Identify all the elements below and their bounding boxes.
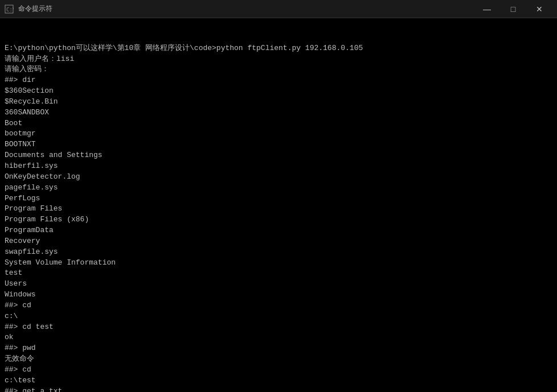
title-bar: C:\ 命令提示符 — □ ✕ — [0, 0, 557, 18]
terminal-line: 请输入密码： — [5, 64, 552, 75]
terminal-line: hiberfil.sys — [5, 161, 552, 172]
minimize-button[interactable]: — — [474, 0, 500, 18]
terminal-line: $360Section — [5, 86, 552, 97]
terminal-line: OnKeyDetector.log — [5, 172, 552, 183]
terminal-output[interactable]: E:\python\python可以这样学\第10章 网络程序设计\code>p… — [0, 18, 557, 392]
terminal-line: Program Files — [5, 204, 552, 214]
terminal-line: pagefile.sys — [5, 183, 552, 193]
terminal-line: ##> pwd — [5, 343, 552, 354]
close-button[interactable]: ✕ — [526, 0, 552, 18]
terminal-line: Program Files (x86) — [5, 214, 552, 225]
terminal-line: Windows — [5, 290, 552, 300]
terminal-line: System Volume Information — [5, 258, 552, 269]
terminal-line: c:\ — [5, 311, 552, 322]
terminal-line: $Recycle.Bin — [5, 97, 552, 108]
terminal-line: 无效命令 — [5, 354, 552, 365]
terminal-line: ##> get a.txt — [5, 386, 552, 392]
maximize-button[interactable]: □ — [500, 0, 526, 18]
window-icon: C:\ — [5, 5, 14, 14]
terminal-line: test — [5, 268, 552, 279]
terminal-line: E:\python\python可以这样学\第10章 网络程序设计\code>p… — [5, 43, 552, 54]
terminal-line: Users — [5, 279, 552, 290]
terminal-line: Recovery — [5, 236, 552, 247]
terminal-line: Documents and Settings — [5, 150, 552, 161]
terminal-line: ok — [5, 332, 552, 343]
terminal-line: PerfLogs — [5, 193, 552, 204]
cmd-window: C:\ 命令提示符 — □ ✕ E:\python\python可以这样学\第1… — [0, 0, 557, 392]
terminal-line: ##> cd test — [5, 322, 552, 333]
svg-text:C:\: C:\ — [6, 7, 14, 13]
terminal-line: swapfile.sys — [5, 247, 552, 258]
terminal-line: ProgramData — [5, 225, 552, 236]
terminal-line: ##> cd — [5, 300, 552, 311]
window-controls: — □ ✕ — [474, 0, 552, 18]
terminal-line: 360SANDBOX — [5, 108, 552, 118]
terminal-line: c:\test — [5, 376, 552, 386]
terminal-line: Boot — [5, 118, 552, 129]
terminal-line: ##> dir — [5, 75, 552, 86]
terminal-line: ##> cd — [5, 365, 552, 376]
terminal-line: bootmgr — [5, 129, 552, 139]
terminal-line: BOOTNXT — [5, 139, 552, 150]
window-title: 命令提示符 — [18, 4, 474, 14]
terminal-line: 请输入用户名：lisi — [5, 54, 552, 65]
